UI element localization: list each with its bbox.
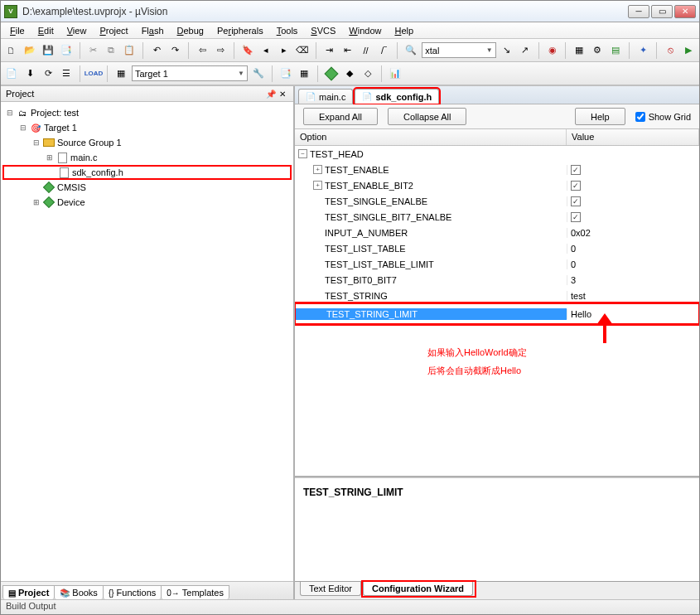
tree-expand-icon[interactable]: ⊞ <box>31 198 42 206</box>
device-label[interactable]: Device <box>57 197 85 207</box>
menu-flash[interactable]: Flash <box>136 24 170 37</box>
value-text[interactable]: 3 <box>571 275 576 285</box>
find-next-icon[interactable]: ↘ <box>500 43 514 58</box>
option-test-enable[interactable]: TEST_ENABLE <box>325 165 389 175</box>
debug-icon[interactable]: ◉ <box>545 43 560 58</box>
translate-icon[interactable]: 📄 <box>4 66 19 81</box>
project-tree[interactable]: ⊟ 🗂 Project: test ⊟ 🎯 Target 1 ⊟ Source … <box>1 102 293 581</box>
option-test-single-bit7-enalbe[interactable]: TEST_SINGLE_BIT7_ENALBE <box>325 212 451 222</box>
new-file-icon[interactable]: 🗋 <box>4 43 19 58</box>
option-test-head[interactable]: TEST_HEAD <box>310 149 364 159</box>
tree-expand-icon[interactable]: + <box>313 181 322 190</box>
batch-build-icon[interactable]: ☰ <box>59 66 74 81</box>
copy-icon[interactable]: ⧉ <box>104 43 119 58</box>
option-test-string[interactable]: TEST_STRING <box>325 291 388 301</box>
file-main-c[interactable]: main.c <box>70 153 97 162</box>
expand-all-button[interactable]: Expand All <box>303 108 378 125</box>
value-checkbox[interactable]: ✓ <box>571 196 581 206</box>
option-test-list-table-limit[interactable]: TEST_LIST_TABLE_LIMIT <box>325 259 434 269</box>
run-icon[interactable]: ▶ <box>681 43 696 58</box>
find-in-files-icon[interactable]: 🔍 <box>403 43 418 58</box>
nav-back-icon[interactable]: ⇦ <box>195 43 210 58</box>
redo-icon[interactable]: ↷ <box>167 43 182 58</box>
tree-collapse-icon[interactable]: ⊟ <box>31 138 42 147</box>
value-text[interactable]: 0 <box>571 259 576 269</box>
project-root-label[interactable]: Project: test <box>31 108 79 118</box>
indent-icon[interactable]: ⇥ <box>322 43 337 58</box>
value-checkbox[interactable]: ✓ <box>571 181 581 191</box>
options-grid[interactable]: −TEST_HEAD +TEST_ENABLE✓+TEST_ENABLE_BIT… <box>295 146 699 477</box>
file-sdk-config-h[interactable]: sdk_config.h <box>72 167 123 177</box>
target-label[interactable]: Target 1 <box>44 123 77 133</box>
cmsis-label[interactable]: CMSIS <box>57 182 86 192</box>
menu-peripherals[interactable]: Peripherals <box>211 24 269 37</box>
paste-icon[interactable]: 📋 <box>122 43 137 58</box>
tree-collapse-icon[interactable]: ⊟ <box>4 109 16 117</box>
menu-view[interactable]: View <box>61 24 93 37</box>
value-checkbox[interactable]: ✓ <box>571 212 581 222</box>
pack-installer-icon[interactable] <box>324 66 339 81</box>
project-window-icon[interactable]: ▦ <box>572 43 587 58</box>
menu-svcs[interactable]: SVCS <box>305 24 341 37</box>
tree-collapse-icon[interactable]: − <box>298 149 307 158</box>
bookmark-next-icon[interactable]: ▸ <box>277 43 292 58</box>
outdent-icon[interactable]: ⇤ <box>340 43 355 58</box>
tab-project[interactable]: ▤Project <box>2 585 55 599</box>
kill-icon[interactable]: ⦸ <box>663 43 678 58</box>
manage-project-icon[interactable]: 🔧 <box>251 66 266 81</box>
window-close-button[interactable]: ✕ <box>674 5 696 18</box>
option-test-string-limit[interactable]: TEST_STRING_LIMIT <box>325 308 419 320</box>
manage-rtos-icon[interactable]: ▦ <box>297 66 311 81</box>
option-test-bit0-bit7[interactable]: TEST_BIT0_BIT7 <box>325 275 397 285</box>
tab-functions[interactable]: {}Functions <box>103 585 162 599</box>
value-text[interactable]: test <box>571 291 586 301</box>
target-options-icon[interactable]: ▦ <box>113 66 128 81</box>
cut-icon[interactable]: ✂ <box>86 43 101 58</box>
option-test-list-table[interactable]: TEST_LIST_TABLE <box>325 244 406 254</box>
show-grid-checkbox[interactable] <box>635 112 645 122</box>
header-option[interactable]: Option <box>295 129 567 145</box>
tab-text-editor[interactable]: Text Editor <box>300 582 361 596</box>
bookmark-icon[interactable]: 🔖 <box>240 43 255 58</box>
manage-rte-icon[interactable]: ◇ <box>360 66 375 81</box>
open-file-icon[interactable]: 📂 <box>22 43 37 58</box>
menu-help[interactable]: Help <box>389 24 419 37</box>
menu-edit[interactable]: Edit <box>32 24 60 37</box>
tab-books[interactable]: 📚Books <box>54 585 104 599</box>
value-input[interactable] <box>571 309 696 319</box>
uncomment-icon[interactable]: /‾ <box>376 43 391 58</box>
bookmark-clear-icon[interactable]: ⌫ <box>295 43 310 58</box>
undo-icon[interactable]: ↶ <box>149 43 164 58</box>
rebuild-icon[interactable]: ⟳ <box>41 66 56 81</box>
find-combo[interactable]: xtal▼ <box>422 42 496 58</box>
source-group-label[interactable]: Source Group 1 <box>57 138 122 148</box>
menu-file[interactable]: File <box>4 24 31 37</box>
tree-expand-icon[interactable]: + <box>313 165 322 174</box>
menu-debug[interactable]: Debug <box>171 24 210 37</box>
build-icon[interactable]: ⬇︎ <box>22 66 37 81</box>
window-minimize-button[interactable]: ─ <box>628 5 649 18</box>
logic-analyzer-icon[interactable]: 📊 <box>388 66 403 81</box>
menu-tools[interactable]: Tools <box>271 24 304 37</box>
value-text[interactable]: 0 <box>571 244 576 254</box>
panel-pin-icon[interactable]: 📌 <box>265 88 277 99</box>
books-window-icon[interactable]: ▤ <box>608 43 623 58</box>
file-ext-icon[interactable]: 📑 <box>278 66 293 81</box>
bookmark-prev-icon[interactable]: ◂ <box>258 43 273 58</box>
tree-expand-icon[interactable]: ⊞ <box>44 153 56 162</box>
select-packs-icon[interactable]: ◆ <box>342 66 357 81</box>
tab-configuration-wizard[interactable]: Configuration Wizard <box>363 582 473 596</box>
save-icon[interactable]: 💾 <box>41 43 56 58</box>
download-icon[interactable]: LOAD <box>86 66 101 81</box>
option-test-single-enalbe[interactable]: TEST_SINGLE_ENALBE <box>325 196 427 206</box>
help-button[interactable]: Help <box>575 108 625 125</box>
save-all-icon[interactable]: 📑 <box>59 43 74 58</box>
editor-tab-sdk-config-h[interactable]: 📄sdk_config.h <box>355 89 439 104</box>
window-maximize-button[interactable]: ▭ <box>651 5 673 18</box>
value-checkbox[interactable]: ✓ <box>571 165 581 175</box>
value-text[interactable]: 0x02 <box>571 228 591 238</box>
menu-window[interactable]: Window <box>343 24 387 37</box>
nav-fwd-icon[interactable]: ⇨ <box>213 43 228 58</box>
tree-collapse-icon[interactable]: ⊟ <box>17 123 29 132</box>
find-prev-icon[interactable]: ↗ <box>518 43 533 58</box>
